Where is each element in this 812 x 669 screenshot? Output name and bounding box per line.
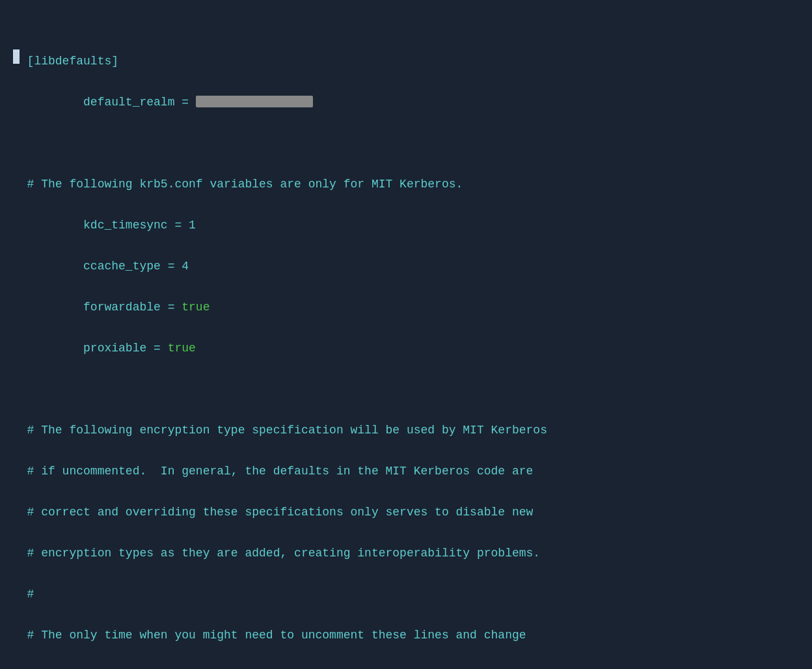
kdc-timesync-line: kdc_timesync = 1 — [27, 219, 196, 232]
comment-mit-vars: # The following krb5.conf variables are … — [27, 178, 463, 191]
comment-enc-type-4: # encryption types as they are added, cr… — [27, 547, 541, 560]
ccache-type-line: ccache_type = 4 — [27, 260, 189, 273]
comment-hash: # — [27, 588, 34, 601]
comment-enc-type-2: # if uncommented. In general, the defaul… — [27, 465, 534, 478]
comment-enc-type-1: # The following encryption type specific… — [27, 424, 547, 437]
comment-only-time-1: # The only time when you might need to u… — [27, 629, 526, 642]
code-editor: [libdefaults] default_realm = # The foll… — [13, 10, 799, 669]
default-realm-line: default_realm = — [27, 96, 313, 109]
text-cursor — [13, 49, 20, 64]
proxiable-line: proxiable = true — [27, 342, 196, 355]
forwardable-line: forwardable = true — [27, 301, 210, 314]
section-libdefaults: [libdefaults] — [27, 55, 118, 68]
comment-enc-type-3: # correct and overriding these specifica… — [27, 506, 534, 519]
